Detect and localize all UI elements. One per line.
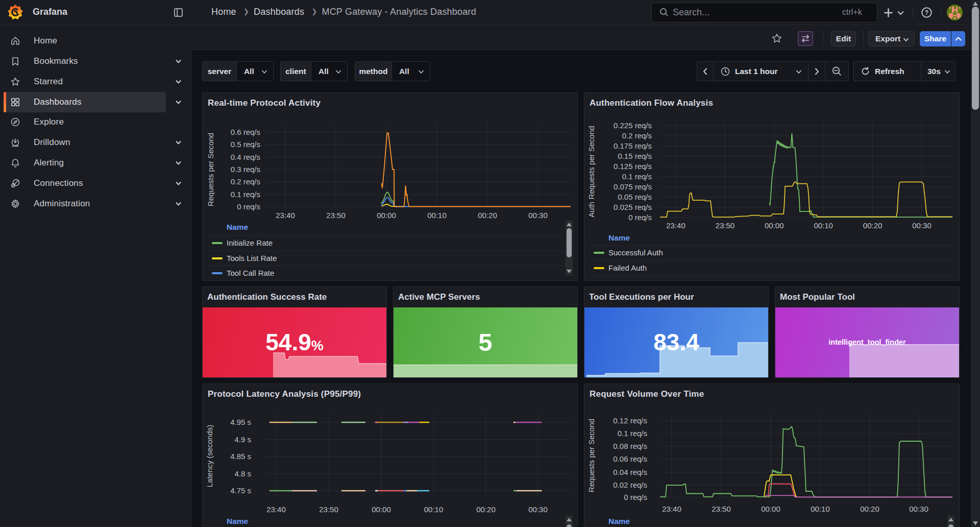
svg-text:23:40: 23:40	[666, 221, 685, 230]
svg-text:0.5 req/s: 0.5 req/s	[231, 140, 260, 149]
svg-text:0.225 req/s: 0.225 req/s	[614, 121, 652, 130]
svg-text:0.02 req/s: 0.02 req/s	[613, 481, 647, 489]
svg-text:0.04 req/s: 0.04 req/s	[613, 468, 647, 476]
svg-text:0 req/s: 0 req/s	[624, 493, 647, 501]
svg-text:00:30: 00:30	[912, 221, 932, 230]
svg-text:0.08 req/s: 0.08 req/s	[613, 442, 647, 450]
svg-text:0.1 req/s: 0.1 req/s	[231, 190, 260, 199]
svg-text:Auth Requests per Second: Auth Requests per Second	[587, 126, 596, 217]
svg-text:00:20: 00:20	[476, 505, 496, 514]
svg-text:00:10: 00:10	[811, 505, 830, 513]
svg-text:0.2 req/s: 0.2 req/s	[231, 177, 260, 186]
svg-text:0.025 req/s: 0.025 req/s	[614, 203, 652, 211]
svg-text:00:10: 00:10	[814, 221, 833, 230]
svg-text:4.8 s: 4.8 s	[234, 469, 251, 478]
svg-text:Latency (seconds): Latency (seconds)	[205, 425, 214, 488]
svg-text:00:30: 00:30	[909, 505, 928, 513]
svg-text:23:50: 23:50	[326, 211, 346, 220]
svg-text:0.175 req/s: 0.175 req/s	[614, 141, 652, 150]
svg-text:00:30: 00:30	[528, 211, 548, 220]
svg-text:0.6 req/s: 0.6 req/s	[231, 128, 260, 136]
svg-text:0.125 req/s: 0.125 req/s	[614, 162, 652, 171]
svg-text:00:00: 00:00	[372, 505, 391, 514]
svg-text:4.9 s: 4.9 s	[234, 435, 251, 444]
svg-text:0.05 req/s: 0.05 req/s	[618, 193, 652, 201]
svg-text:0 req/s: 0 req/s	[237, 202, 260, 211]
svg-text:4.85 s: 4.85 s	[230, 452, 251, 461]
svg-text:00:20: 00:20	[860, 505, 879, 513]
svg-text:0.4 req/s: 0.4 req/s	[231, 153, 260, 161]
svg-text:0.075 req/s: 0.075 req/s	[614, 182, 652, 191]
svg-text:0.12 req/s: 0.12 req/s	[613, 416, 647, 425]
svg-text:0.06 req/s: 0.06 req/s	[613, 454, 647, 463]
svg-text:?: ?	[925, 9, 928, 16]
svg-text:23:40: 23:40	[662, 505, 681, 513]
svg-text:00:00: 00:00	[377, 211, 396, 220]
svg-text:23:40: 23:40	[266, 505, 286, 514]
svg-text:00:00: 00:00	[761, 505, 780, 513]
svg-text:00:20: 00:20	[863, 221, 883, 230]
svg-text:23:50: 23:50	[319, 505, 338, 514]
svg-text:4.95 s: 4.95 s	[230, 418, 251, 426]
svg-text:0.15 req/s: 0.15 req/s	[618, 152, 652, 160]
svg-text:23:50: 23:50	[716, 221, 735, 230]
svg-text:23:50: 23:50	[712, 505, 731, 513]
svg-text:0.2 req/s: 0.2 req/s	[622, 131, 652, 140]
svg-text:Requests per Second: Requests per Second	[206, 133, 215, 206]
svg-text:00:00: 00:00	[765, 221, 784, 230]
svg-text:0.1 req/s: 0.1 req/s	[622, 172, 652, 181]
svg-text:00:20: 00:20	[478, 211, 497, 220]
svg-text:23:40: 23:40	[276, 211, 295, 220]
svg-text:00:30: 00:30	[528, 505, 548, 514]
svg-text:0.1 req/s: 0.1 req/s	[618, 429, 647, 438]
svg-text:00:10: 00:10	[427, 211, 447, 220]
svg-text:4.75 s: 4.75 s	[230, 486, 251, 495]
svg-text:0.3 req/s: 0.3 req/s	[231, 165, 260, 174]
svg-text:00:10: 00:10	[424, 505, 444, 514]
svg-text:0 req/s: 0 req/s	[628, 213, 652, 222]
svg-text:Requests per Second: Requests per Second	[587, 419, 596, 492]
